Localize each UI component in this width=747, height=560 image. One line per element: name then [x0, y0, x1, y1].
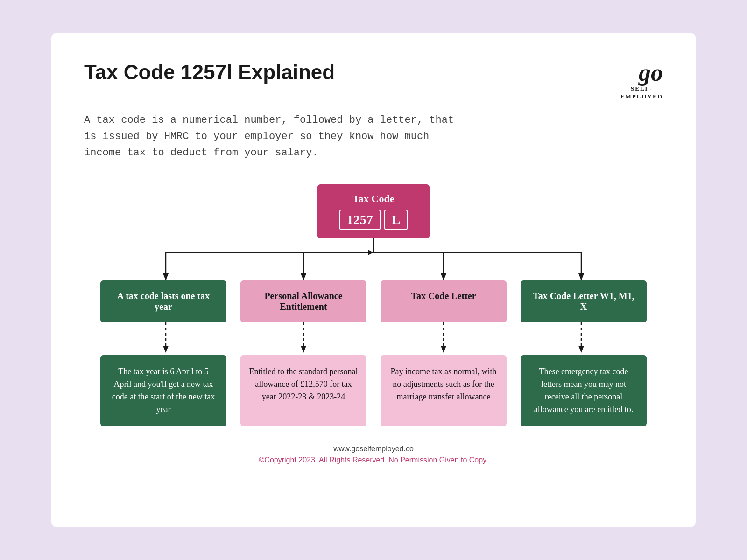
tax-code-top-box: Tax Code 1257 L: [317, 184, 430, 238]
svg-marker-12: [163, 346, 169, 353]
main-card: Tax Code 1257l Explained go SELF-EMPLOYE…: [51, 33, 696, 527]
svg-marker-3: [163, 273, 169, 280]
mid-box-3: Tax Code Letter: [381, 280, 507, 322]
description-text: A tax code is a numerical number, follow…: [84, 112, 458, 161]
svg-marker-9: [578, 273, 584, 280]
logo-sub-text: SELF-EMPLOYED: [620, 85, 663, 101]
mid-box-4: Tax Code Letter W1, M1, X: [521, 280, 647, 322]
footer: www.goselfemployed.co ©Copyright 2023. A…: [84, 445, 663, 464]
tax-code-letter: L: [384, 210, 408, 230]
footer-copyright: ©Copyright 2023. All Rights Reserved. No…: [84, 456, 663, 464]
dashed-arrows-svg: [103, 322, 644, 355]
svg-marker-16: [441, 346, 446, 353]
mid-boxes-row: A tax code lasts one tax year Personal A…: [84, 280, 663, 322]
svg-marker-5: [301, 273, 306, 280]
top-connector-svg: [103, 238, 644, 280]
tax-code-number-row: 1257 L: [341, 210, 406, 230]
tax-code-number: 1257: [339, 210, 381, 230]
bottom-box-4: These emergency tax code letters mean yo…: [521, 355, 647, 426]
mid-box-1: A tax code lasts one tax year: [100, 280, 226, 322]
svg-marker-10: [368, 250, 374, 255]
bottom-boxes-row: The tax year is 6 April to 5 April and y…: [84, 355, 663, 426]
header-row: Tax Code 1257l Explained go SELF-EMPLOYE…: [84, 61, 663, 101]
svg-marker-18: [578, 346, 584, 353]
diagram: Tax Code 1257 L: [84, 184, 663, 426]
svg-marker-14: [301, 346, 306, 353]
tax-code-label: Tax Code: [341, 193, 406, 205]
bottom-box-2: Entitled to the standard personal allowa…: [240, 355, 366, 426]
mid-box-2: Personal Allowance Entitlement: [240, 280, 366, 322]
bottom-box-3: Pay income tax as normal, with no adjust…: [381, 355, 507, 426]
footer-website: www.goselfemployed.co: [84, 445, 663, 453]
logo: go SELF-EMPLOYED: [620, 61, 663, 101]
bottom-box-1: The tax year is 6 April to 5 April and y…: [100, 355, 226, 426]
svg-marker-7: [441, 273, 446, 280]
page-title: Tax Code 1257l Explained: [84, 61, 335, 84]
logo-go-text: go: [620, 61, 663, 85]
